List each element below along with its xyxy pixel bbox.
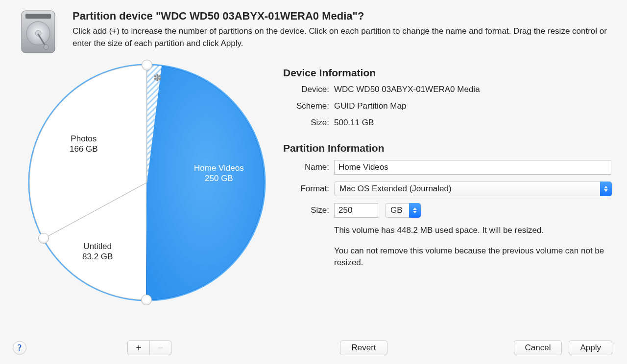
svg-point-4 — [44, 45, 48, 49]
format-select[interactable]: Mac OS Extended (Journaled) — [334, 182, 612, 196]
add-remove-segment: + − — [127, 341, 171, 355]
apply-button[interactable]: Apply — [569, 341, 612, 355]
dialog-subtitle: Click add (+) to increase the number of … — [72, 25, 616, 49]
scheme-label: Scheme: — [283, 101, 329, 111]
partition-size-input[interactable] — [334, 203, 378, 218]
partition-info-title: Partition Information — [283, 142, 612, 154]
psize-label: Size: — [283, 205, 329, 215]
size-label: Size: — [283, 118, 329, 128]
device-value: WDC WD50 03ABYX-01WERA0 Media — [334, 85, 480, 94]
stepper-icon — [600, 182, 612, 196]
size-value: 500.11 GB — [334, 118, 374, 128]
dialog-title: Partition device "WDC WD50 03ABYX-01WERA… — [72, 10, 616, 23]
scheme-value: GUID Partition Map — [334, 101, 406, 111]
resize-handle[interactable] — [38, 233, 49, 244]
add-partition-button[interactable]: + — [128, 341, 149, 355]
device-info-title: Device Information — [283, 67, 612, 79]
resize-handle[interactable] — [141, 295, 152, 305]
svg-rect-1 — [25, 14, 51, 19]
size-unit-value: GB — [390, 205, 403, 215]
format-select-value: Mac OS Extended (Journaled) — [339, 184, 452, 194]
header: Partition device "WDC WD50 03ABYX-01WERA… — [0, 0, 627, 55]
partition-note-1: This volume has 448.2 MB used space. It … — [334, 225, 612, 236]
size-unit-select[interactable]: GB — [385, 203, 421, 218]
resize-handle[interactable] — [142, 60, 152, 70]
help-button[interactable]: ? — [13, 341, 26, 355]
partition-pie[interactable]: Home Videos 250 GB Untitled 83.2 GB Phot… — [24, 60, 278, 324]
partition-name-input[interactable] — [334, 160, 611, 175]
revert-button[interactable]: Revert — [340, 341, 387, 355]
device-label: Device: — [283, 85, 329, 94]
name-label: Name: — [283, 162, 329, 172]
hard-drive-icon — [19, 9, 58, 55]
format-label: Format: — [283, 184, 329, 194]
partition-note-2: You can not remove this volume because t… — [334, 245, 612, 269]
stepper-icon — [409, 203, 421, 218]
remove-partition-button[interactable]: − — [149, 341, 171, 355]
cancel-button[interactable]: Cancel — [514, 341, 562, 355]
